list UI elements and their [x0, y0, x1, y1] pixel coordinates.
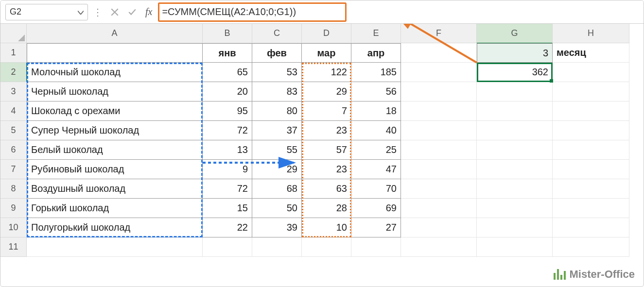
row-header-8[interactable]: 8 — [0, 179, 27, 199]
cell-D3[interactable]: 29 — [302, 82, 351, 101]
formula-input[interactable] — [158, 3, 639, 21]
col-header-E[interactable]: E — [351, 24, 401, 43]
cell-E9[interactable]: 69 — [351, 199, 401, 218]
cell-F11[interactable] — [401, 237, 477, 257]
cell-F7[interactable] — [401, 160, 477, 179]
cell-H5[interactable] — [553, 121, 629, 140]
cell-C1[interactable]: фев — [252, 43, 302, 63]
cell-A3[interactable]: Черный шоколад — [27, 82, 203, 101]
cell-B6[interactable]: 13 — [203, 140, 252, 160]
cell-D9[interactable]: 28 — [302, 199, 351, 218]
cell-A2[interactable]: Молочный шоколад — [27, 63, 203, 82]
cell-E11[interactable] — [351, 237, 401, 257]
row-header-7[interactable]: 7 — [0, 160, 27, 179]
cell-E7[interactable]: 47 — [351, 160, 401, 179]
fx-icon[interactable]: fx — [142, 6, 155, 17]
cancel-formula-button[interactable] — [107, 5, 122, 19]
cell-A4[interactable]: Шоколад с орехами — [27, 101, 203, 121]
cell-H11[interactable] — [553, 237, 629, 257]
cell-B3[interactable]: 20 — [203, 82, 252, 101]
row-header-5[interactable]: 5 — [0, 121, 27, 140]
cell-B5[interactable]: 72 — [203, 121, 252, 140]
chevron-down-icon[interactable] — [78, 8, 84, 16]
cell-B11[interactable] — [203, 237, 252, 257]
cell-H6[interactable] — [553, 140, 629, 160]
cell-G2[interactable]: 362 — [477, 63, 553, 82]
cell-A11[interactable] — [27, 237, 203, 257]
cell-E8[interactable]: 70 — [351, 179, 401, 199]
cell-H8[interactable] — [553, 179, 629, 199]
cell-F3[interactable] — [401, 82, 477, 101]
cell-F6[interactable] — [401, 140, 477, 160]
row-header-6[interactable]: 6 — [0, 140, 27, 160]
cell-H10[interactable] — [553, 218, 629, 237]
cell-H7[interactable] — [553, 160, 629, 179]
cell-E2[interactable]: 185 — [351, 63, 401, 82]
cell-D1[interactable]: мар — [302, 43, 351, 63]
cell-G9[interactable] — [477, 199, 553, 218]
cell-C3[interactable]: 83 — [252, 82, 302, 101]
cell-F5[interactable] — [401, 121, 477, 140]
row-header-4[interactable]: 4 — [0, 101, 27, 121]
row-header-9[interactable]: 9 — [0, 199, 27, 218]
cell-D2[interactable]: 122 — [302, 63, 351, 82]
cell-A5[interactable]: Супер Черный шоколад — [27, 121, 203, 140]
row-header-11[interactable]: 11 — [0, 237, 27, 257]
cell-D5[interactable]: 23 — [302, 121, 351, 140]
col-header-F[interactable]: F — [401, 24, 477, 43]
confirm-formula-button[interactable] — [125, 5, 139, 19]
cell-A6[interactable]: Белый шоколад — [27, 140, 203, 160]
cell-F1[interactable] — [401, 43, 477, 63]
cell-D4[interactable]: 7 — [302, 101, 351, 121]
cell-A7[interactable]: Рубиновый шоколад — [27, 160, 203, 179]
cell-D11[interactable] — [302, 237, 351, 257]
cell-H9[interactable] — [553, 199, 629, 218]
cell-G5[interactable] — [477, 121, 553, 140]
col-header-D[interactable]: D — [302, 24, 351, 43]
cell-F4[interactable] — [401, 101, 477, 121]
cell-G3[interactable] — [477, 82, 553, 101]
cell-F2[interactable] — [401, 63, 477, 82]
cell-B9[interactable]: 15 — [203, 199, 252, 218]
cell-D8[interactable]: 63 — [302, 179, 351, 199]
row-header-1[interactable]: 1 — [0, 43, 27, 63]
cell-F10[interactable] — [401, 218, 477, 237]
cell-G10[interactable] — [477, 218, 553, 237]
cell-C5[interactable]: 37 — [252, 121, 302, 140]
col-header-C[interactable]: C — [252, 24, 302, 43]
cell-B10[interactable]: 22 — [203, 218, 252, 237]
row-header-2[interactable]: 2 — [0, 63, 27, 82]
col-header-H[interactable]: H — [553, 24, 629, 43]
row-header-3[interactable]: 3 — [0, 82, 27, 101]
cell-C10[interactable]: 39 — [252, 218, 302, 237]
cell-E4[interactable]: 18 — [351, 101, 401, 121]
cell-G1[interactable]: 3 — [477, 43, 553, 63]
cell-C6[interactable]: 55 — [252, 140, 302, 160]
cell-G4[interactable] — [477, 101, 553, 121]
cell-C11[interactable] — [252, 237, 302, 257]
cell-E6[interactable]: 25 — [351, 140, 401, 160]
cell-G7[interactable] — [477, 160, 553, 179]
cell-B4[interactable]: 95 — [203, 101, 252, 121]
cell-G11[interactable] — [477, 237, 553, 257]
cell-C8[interactable]: 68 — [252, 179, 302, 199]
cell-A1[interactable] — [27, 43, 203, 63]
cell-A8[interactable]: Воздушный шоколад — [27, 179, 203, 199]
select-all-corner[interactable] — [0, 24, 27, 43]
name-box[interactable]: G2 — [5, 4, 88, 20]
cell-A9[interactable]: Горький шоколад — [27, 199, 203, 218]
cell-A10[interactable]: Полугорький шоколад — [27, 218, 203, 237]
cell-C7[interactable]: 29 — [252, 160, 302, 179]
col-header-A[interactable]: A — [27, 24, 203, 43]
cell-B1[interactable]: янв — [203, 43, 252, 63]
cell-D10[interactable]: 10 — [302, 218, 351, 237]
cell-G8[interactable] — [477, 179, 553, 199]
col-header-B[interactable]: B — [203, 24, 252, 43]
cell-B8[interactable]: 72 — [203, 179, 252, 199]
cell-C4[interactable]: 80 — [252, 101, 302, 121]
row-header-10[interactable]: 10 — [0, 218, 27, 237]
col-header-G[interactable]: G — [477, 24, 553, 43]
cell-F9[interactable] — [401, 199, 477, 218]
cell-C2[interactable]: 53 — [252, 63, 302, 82]
cell-H2[interactable] — [553, 63, 629, 82]
